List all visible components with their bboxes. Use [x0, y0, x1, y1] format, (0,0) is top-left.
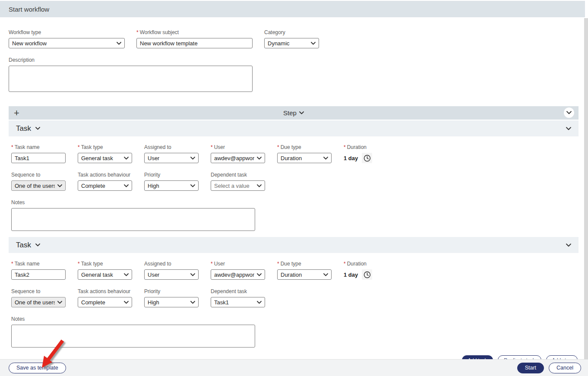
field-priority: Priority High [144, 172, 199, 191]
priority-select[interactable]: High [144, 180, 199, 191]
field-user: *User awdev@appworks [211, 144, 265, 163]
task2-collapse-icon[interactable] [566, 243, 571, 247]
required-asterisk: * [11, 261, 13, 267]
chevron-down-icon [257, 157, 262, 160]
sequence-to-select: One of the users [11, 297, 66, 307]
chevron-down-icon [124, 157, 129, 160]
field-task-actions-behaviour: Task actions behaviour Complete [78, 172, 132, 191]
duration-value: 1 day [344, 155, 358, 161]
user-select[interactable]: awdev@appworks [211, 153, 265, 163]
task2-title-selector[interactable]: Task [16, 241, 40, 250]
dependent-task-select[interactable]: Task1 [211, 297, 265, 307]
task-actions-select[interactable]: Complete [78, 297, 132, 307]
field-category: Category Dynamic [264, 29, 319, 48]
field-task-type: *Task type General task [78, 144, 132, 163]
chevron-down-icon [311, 42, 316, 45]
field-workflow-type: Workflow type New workflow [9, 29, 125, 48]
notes-textarea[interactable] [11, 325, 255, 348]
notes-textarea[interactable] [11, 208, 255, 231]
field-label: Workflow subject [140, 29, 179, 35]
task-type-select[interactable]: General task [78, 269, 132, 280]
chevron-down-icon [190, 273, 195, 276]
chevron-down-icon [124, 273, 129, 276]
task-actions-select[interactable]: Complete [78, 180, 132, 191]
required-asterisk: * [344, 261, 346, 267]
field-duration: *Duration 1 day [344, 144, 372, 163]
field-workflow-subject: *Workflow subject [136, 29, 253, 48]
task1-title-selector[interactable]: Task [16, 124, 40, 133]
field-notes: Notes [11, 316, 579, 348]
chevron-down-icon [35, 127, 40, 130]
duration-clock-button[interactable] [362, 269, 372, 280]
plus-icon[interactable]: + [14, 109, 19, 117]
field-label: Workflow type [9, 29, 41, 35]
required-asterisk: * [136, 29, 139, 35]
assigned-to-select[interactable]: User [144, 153, 199, 163]
field-task-name: *Task name [11, 261, 66, 280]
task-title-label: Task [16, 124, 31, 133]
step-selector[interactable]: Step [283, 109, 304, 117]
task1-collapse-icon[interactable] [566, 127, 571, 130]
field-task-type: *Task type General task [78, 261, 132, 280]
required-asterisk: * [344, 144, 346, 150]
category-select[interactable]: Dynamic [264, 38, 319, 48]
field-description: Description [9, 57, 579, 94]
required-asterisk: * [11, 144, 13, 150]
chevron-down-icon [117, 42, 121, 45]
chevron-down-icon [124, 301, 129, 304]
description-textarea[interactable] [9, 66, 253, 92]
vertical-scrollbar[interactable] [584, 18, 588, 376]
field-due-type: *Due type Duration [277, 144, 332, 163]
field-notes: Notes [11, 199, 579, 231]
step-collapse-button[interactable] [564, 107, 574, 118]
duration-clock-button[interactable] [362, 153, 372, 163]
start-workflow-dialog: Start workflow Workflow type New workflo… [0, 0, 588, 376]
dependent-task-select[interactable]: Select a value [211, 180, 265, 191]
field-assigned-to: Assigned to User [144, 261, 199, 280]
clock-icon [364, 155, 371, 162]
dialog-header: Start workflow [0, 1, 585, 17]
dialog-body: Workflow type New workflow *Workflow sub… [0, 29, 588, 365]
required-asterisk: * [277, 261, 279, 267]
due-type-select[interactable]: Duration [277, 153, 332, 163]
field-dependent-task: Dependent task Task1 [211, 288, 265, 307]
cancel-button[interactable]: Cancel [549, 363, 581, 373]
step-header-bar: + Step [9, 106, 579, 120]
task1-header-bar: Task [9, 120, 579, 136]
field-sequence-to: Sequence to One of the users [11, 288, 66, 307]
start-button[interactable]: Start [517, 363, 544, 373]
due-type-select[interactable]: Duration [277, 269, 332, 280]
save-as-template-button[interactable]: Save as template [9, 363, 66, 373]
workflow-subject-input[interactable] [136, 38, 253, 48]
chevron-down-icon [257, 301, 262, 304]
assigned-to-select[interactable]: User [144, 269, 199, 280]
dialog-footer: Save as template Start Cancel [0, 359, 588, 376]
chevron-down-icon [57, 301, 62, 304]
chevron-down-icon [124, 184, 129, 187]
field-task-actions-behaviour: Task actions behaviour Complete [78, 288, 132, 307]
chevron-down-icon [190, 301, 195, 304]
chevron-down-icon [323, 157, 328, 160]
chevron-down-icon [190, 157, 195, 160]
field-priority: Priority High [144, 288, 199, 307]
field-assigned-to: Assigned to User [144, 144, 199, 163]
field-label: Description [9, 57, 35, 63]
field-sequence-to: Sequence to One of the users [11, 172, 66, 191]
clock-icon [364, 271, 371, 278]
task2-body: *Task name *Task type General task Assig… [9, 261, 579, 348]
task-type-select[interactable]: General task [78, 153, 132, 163]
task-title-label: Task [16, 241, 31, 250]
chevron-down-icon [35, 243, 40, 246]
required-asterisk: * [78, 261, 80, 267]
chevron-down-icon [299, 111, 304, 114]
task-name-input[interactable] [11, 153, 66, 163]
sequence-to-select: One of the users [11, 180, 66, 191]
priority-select[interactable]: High [144, 297, 199, 307]
user-select[interactable]: awdev@appworks [211, 269, 265, 280]
task-name-input[interactable] [11, 269, 66, 280]
chevron-down-icon [57, 184, 62, 187]
chevron-down-icon [257, 184, 262, 187]
workflow-type-select[interactable]: New workflow [9, 38, 125, 48]
required-asterisk: * [277, 144, 279, 150]
required-asterisk: * [211, 144, 213, 150]
